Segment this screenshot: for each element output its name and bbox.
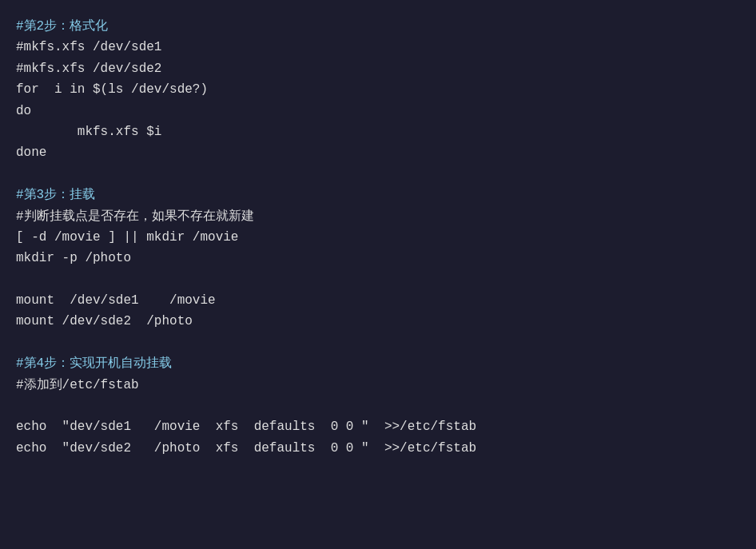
command-line: mkfs.xfs $i bbox=[16, 125, 161, 139]
command-line: echo "dev/sde2 /photo xfs defaults 0 0 "… bbox=[16, 441, 476, 456]
command-line: mkdir -p /photo bbox=[16, 251, 131, 265]
command-line: #添加到/etc/fstab bbox=[16, 378, 139, 392]
comment-line: #第4步：实现开机自动挂载 bbox=[16, 356, 172, 371]
command-line: #mkfs.xfs /dev/sde1 bbox=[16, 40, 161, 54]
comment-line: #第2步：格式化 bbox=[16, 19, 108, 34]
terminal-content: #第2步：格式化 #mkfs.xfs /dev/sde1 #mkfs.xfs /… bbox=[16, 16, 740, 459]
command-line: mount /dev/sde1 /movie bbox=[16, 293, 216, 308]
command-line: echo "dev/sde1 /movie xfs defaults 0 0 "… bbox=[16, 420, 476, 434]
command-line: for i in $(ls /dev/sde?) bbox=[16, 82, 208, 97]
command-line: #mkfs.xfs /dev/sde2 bbox=[16, 62, 161, 76]
command-line: #判断挂载点是否存在，如果不存在就新建 bbox=[16, 209, 254, 224]
terminal-window: #第2步：格式化 #mkfs.xfs /dev/sde1 #mkfs.xfs /… bbox=[0, 0, 756, 549]
command-line: mount /dev/sde2 /photo bbox=[16, 314, 193, 328]
command-line: done bbox=[16, 145, 46, 160]
comment-line: #第3步：挂载 bbox=[16, 188, 95, 202]
command-line: do bbox=[16, 104, 31, 118]
command-line: [ -d /movie ] || mkdir /movie bbox=[16, 230, 238, 245]
